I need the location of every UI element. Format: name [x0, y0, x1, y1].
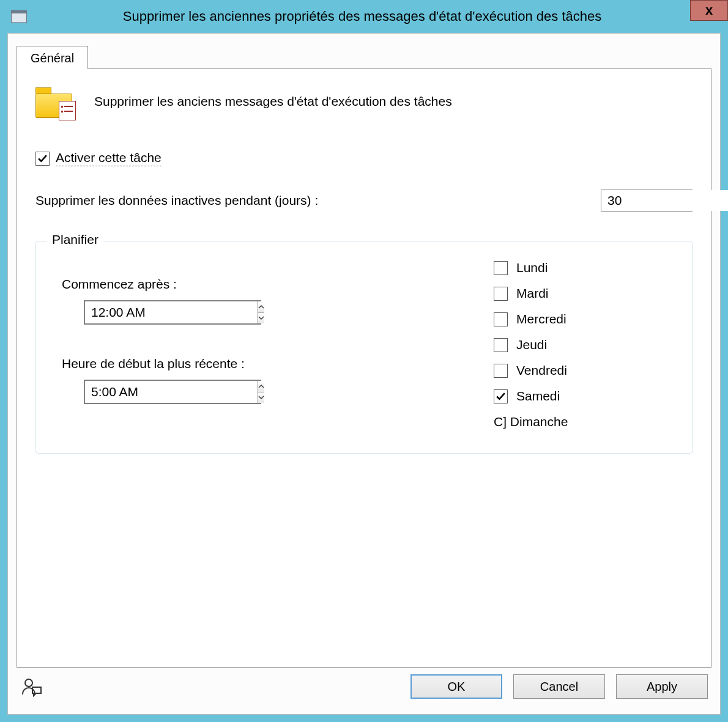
enable-task-row: Activer cette tâche	[35, 150, 693, 166]
window-icon	[10, 7, 28, 26]
ok-button[interactable]: OK	[410, 674, 502, 699]
titlebar: Supprimer les anciennes propriétés des m…	[0, 0, 728, 33]
day-label: Jeudi	[516, 337, 547, 352]
latest-start-input[interactable]	[85, 381, 258, 403]
latest-start-label: Heure de début la plus récente :	[62, 356, 481, 371]
day-row: Mardi	[494, 281, 677, 306]
day-label: Samedi	[516, 389, 560, 403]
start-after-down-button[interactable]	[258, 313, 264, 324]
schedule-legend: Planifier	[47, 232, 103, 247]
day-row: Jeudi	[494, 332, 677, 358]
separator	[35, 138, 693, 138]
start-after-spin-buttons	[258, 301, 264, 323]
day-checkbox-mardi[interactable]	[494, 287, 508, 301]
cancel-button[interactable]: Cancel	[513, 674, 605, 699]
latest-start-up-button[interactable]	[258, 381, 264, 392]
latest-start-spinner	[84, 380, 261, 404]
day-label: Mercredi	[516, 312, 566, 326]
start-after-label: Commencez après :	[62, 277, 481, 292]
inactive-days-input[interactable]	[601, 190, 728, 211]
client-area: Général Supprimer les anciens messages d…	[7, 33, 721, 715]
day-checkbox-jeudi[interactable]	[494, 338, 508, 352]
close-button[interactable]: x	[690, 0, 728, 21]
user-comment-icon	[21, 676, 42, 697]
day-row: Mercredi	[494, 306, 677, 332]
chevron-up-icon	[258, 305, 264, 309]
header-row: Supprimer les anciens messages d'état d'…	[35, 85, 693, 118]
day-checkbox-mercredi[interactable]	[494, 312, 508, 326]
start-after-group: Commencez après :	[62, 277, 481, 325]
day-label: Vendredi	[516, 363, 567, 378]
dialog-footer: OK Cancel Apply	[17, 668, 711, 705]
inactive-days-spinner	[601, 190, 693, 212]
start-after-input[interactable]	[85, 301, 258, 323]
day-checkbox-lundi[interactable]	[494, 261, 508, 275]
start-after-up-button[interactable]	[258, 301, 264, 313]
tab-row: Général	[17, 42, 711, 69]
day-row: Samedi	[494, 383, 677, 409]
chevron-down-icon	[258, 316, 264, 320]
schedule-times: Commencez après :	[51, 252, 481, 435]
latest-start-group: Heure de début la plus récente :	[62, 356, 481, 404]
task-folder-icon	[35, 85, 73, 118]
day-row-dimanche: C] Dimanche	[494, 409, 677, 435]
inactive-days-row: Supprimer les données inactives pendant …	[35, 190, 693, 212]
enable-task-label: Activer cette tâche	[56, 150, 162, 166]
svg-rect-1	[12, 10, 27, 13]
day-label: Lundi	[516, 260, 548, 275]
start-after-spinner	[84, 300, 261, 325]
schedule-days: LundiMardiMercrediJeudiVendrediSamediC] …	[494, 252, 677, 435]
latest-start-down-button[interactable]	[258, 392, 264, 403]
header-description: Supprimer les anciens messages d'état d'…	[94, 94, 452, 109]
chevron-down-icon	[258, 396, 264, 399]
day-label: Mardi	[516, 286, 549, 301]
close-icon: x	[705, 2, 713, 18]
day-checkbox-vendredi[interactable]	[494, 364, 508, 378]
schedule-fieldset: Planifier Commencez après :	[35, 241, 693, 454]
properties-dialog: Supprimer les anciennes propriétés des m…	[0, 0, 728, 722]
day-row: Vendredi	[494, 358, 677, 383]
latest-start-spin-buttons	[258, 381, 264, 403]
tab-panel-general: Supprimer les anciens messages d'état d'…	[17, 69, 711, 668]
tab-underline	[17, 68, 711, 69]
enable-task-checkbox[interactable]	[35, 152, 50, 166]
apply-button[interactable]: Apply	[616, 674, 708, 699]
chevron-up-icon	[258, 385, 264, 388]
day-row: Lundi	[494, 255, 677, 281]
inactive-days-label: Supprimer les données inactives pendant …	[35, 193, 318, 208]
svg-point-2	[25, 679, 32, 687]
tab-general[interactable]: Général	[17, 46, 88, 69]
day-checkbox-samedi[interactable]	[494, 389, 508, 403]
window-title: Supprimer les anciennes propriétés des m…	[33, 9, 728, 24]
